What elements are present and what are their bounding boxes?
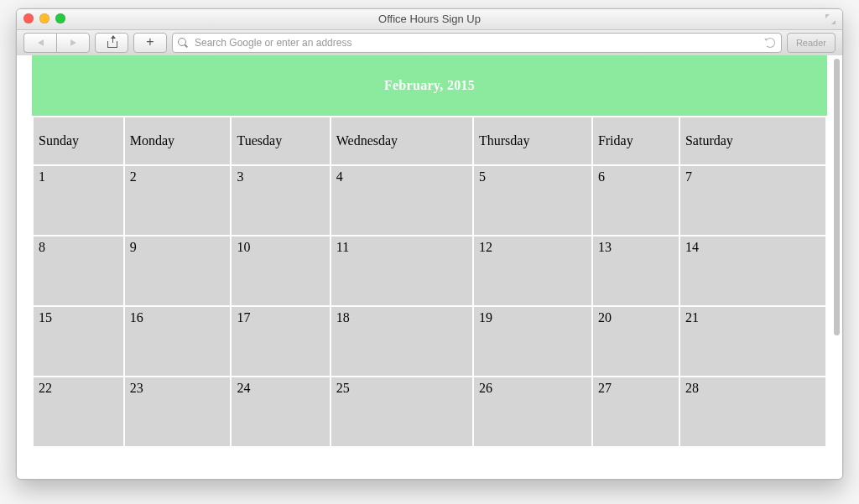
nav-buttons xyxy=(23,33,90,53)
calendar-day-cell[interactable]: 1 xyxy=(33,165,124,236)
forward-button[interactable] xyxy=(56,33,90,53)
calendar-day-cell[interactable]: 21 xyxy=(679,306,826,377)
calendar-day-cell[interactable]: 12 xyxy=(473,236,592,306)
chevron-left-icon xyxy=(38,39,44,46)
calendar-day-cell[interactable]: 27 xyxy=(592,377,679,447)
day-header: Wednesday xyxy=(331,117,473,165)
chevron-right-icon xyxy=(70,39,76,46)
close-icon[interactable] xyxy=(23,13,34,23)
calendar-day-cell[interactable]: 13 xyxy=(592,236,679,306)
calendar-day-cell[interactable]: 2 xyxy=(124,165,232,236)
calendar-day-cell[interactable]: 14 xyxy=(679,236,826,306)
calendar-week-row: 8 9 10 11 12 13 14 xyxy=(33,236,826,306)
share-icon xyxy=(107,38,117,48)
calendar-day-cell[interactable]: 4 xyxy=(331,165,473,236)
day-header: Friday xyxy=(592,117,679,165)
calendar-table: Sunday Monday Tuesday Wednesday Thursday… xyxy=(32,116,827,448)
calendar-body: 1 2 3 4 5 6 7 8 9 10 11 12 13 xyxy=(33,165,826,447)
day-header: Monday xyxy=(124,117,232,165)
day-header: Tuesday xyxy=(231,117,330,165)
calendar-title: February, 2015 xyxy=(32,55,827,116)
zoom-icon[interactable] xyxy=(55,13,65,23)
calendar-header-row: Sunday Monday Tuesday Wednesday Thursday… xyxy=(33,117,826,165)
calendar-day-cell[interactable]: 18 xyxy=(331,306,473,377)
calendar-week-row: 22 23 24 25 26 27 28 xyxy=(33,377,826,447)
calendar-day-cell[interactable]: 10 xyxy=(231,236,330,306)
address-bar[interactable] xyxy=(172,33,782,53)
calendar-day-cell[interactable]: 9 xyxy=(124,236,232,306)
calendar-day-cell[interactable]: 16 xyxy=(124,306,232,377)
calendar-day-cell[interactable]: 6 xyxy=(592,165,679,236)
calendar-day-cell[interactable]: 11 xyxy=(331,236,473,306)
minimize-icon[interactable] xyxy=(39,13,49,23)
calendar-day-cell[interactable]: 19 xyxy=(473,306,592,377)
reload-icon[interactable] xyxy=(765,38,776,49)
reader-label: Reader xyxy=(796,38,826,48)
calendar-day-cell[interactable]: 25 xyxy=(331,377,473,447)
search-icon xyxy=(178,38,188,48)
plus-icon: + xyxy=(146,35,154,49)
calendar-day-cell[interactable]: 3 xyxy=(231,165,330,236)
calendar-day-cell[interactable]: 7 xyxy=(679,165,826,236)
calendar-day-cell[interactable]: 5 xyxy=(473,165,592,236)
titlebar: Office Hours Sign Up xyxy=(17,9,842,30)
page-content: February, 2015 Sunday Monday Tuesday Wed… xyxy=(17,55,842,460)
toolbar: + Reader xyxy=(17,30,842,56)
calendar-day-cell[interactable]: 17 xyxy=(231,306,330,377)
new-tab-button[interactable]: + xyxy=(133,33,167,53)
back-button[interactable] xyxy=(23,33,56,53)
calendar-day-cell[interactable]: 23 xyxy=(124,377,232,447)
day-header: Saturday xyxy=(679,117,826,165)
page-viewport: February, 2015 Sunday Monday Tuesday Wed… xyxy=(17,55,842,479)
address-input[interactable] xyxy=(193,36,760,49)
calendar-day-cell[interactable]: 22 xyxy=(33,377,124,447)
calendar-day-cell[interactable]: 15 xyxy=(33,306,124,377)
calendar-day-cell[interactable]: 26 xyxy=(473,377,592,447)
calendar-day-cell[interactable]: 20 xyxy=(592,306,679,377)
day-header: Thursday xyxy=(473,117,592,165)
traffic-lights xyxy=(23,13,65,23)
window-title: Office Hours Sign Up xyxy=(378,13,481,25)
day-header: Sunday xyxy=(33,117,124,165)
calendar-day-cell[interactable]: 8 xyxy=(33,236,124,306)
share-button[interactable] xyxy=(95,33,128,53)
calendar-day-cell[interactable]: 24 xyxy=(231,377,330,447)
calendar-day-cell[interactable]: 28 xyxy=(679,377,826,447)
fullscreen-icon[interactable] xyxy=(825,14,836,24)
reader-button[interactable]: Reader xyxy=(787,33,836,53)
browser-window: Office Hours Sign Up + Reader xyxy=(16,8,843,480)
calendar-week-row: 15 16 17 18 19 20 21 xyxy=(33,306,826,377)
calendar-week-row: 1 2 3 4 5 6 7 xyxy=(33,165,826,236)
